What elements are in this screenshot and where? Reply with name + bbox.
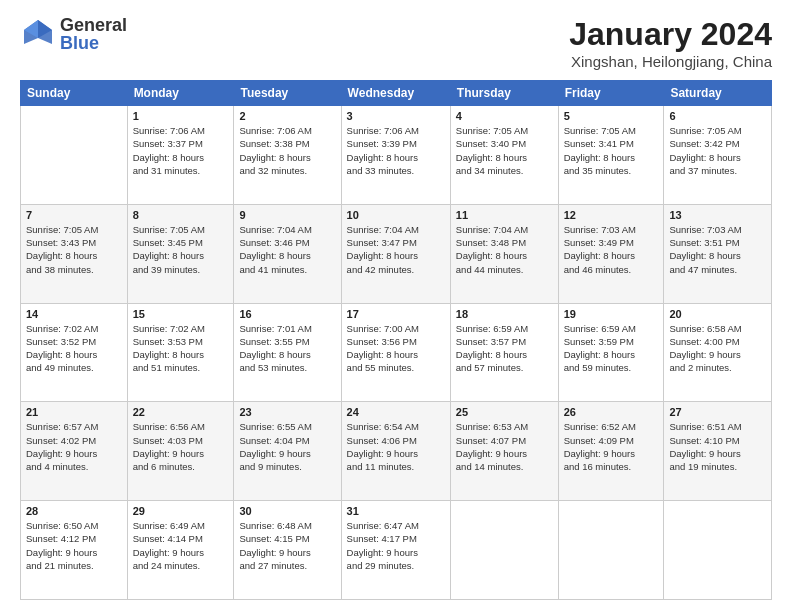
- day-info: Sunrise: 6:50 AM Sunset: 4:12 PM Dayligh…: [26, 519, 122, 572]
- calendar-cell: 17Sunrise: 7:00 AM Sunset: 3:56 PM Dayli…: [341, 303, 450, 402]
- day-info: Sunrise: 7:05 AM Sunset: 3:41 PM Dayligh…: [564, 124, 659, 177]
- logo-blue: Blue: [60, 34, 127, 52]
- weekday-header: SundayMondayTuesdayWednesdayThursdayFrid…: [21, 81, 772, 106]
- day-number: 5: [564, 110, 659, 122]
- calendar-cell: 29Sunrise: 6:49 AM Sunset: 4:14 PM Dayli…: [127, 501, 234, 600]
- calendar-cell: 27Sunrise: 6:51 AM Sunset: 4:10 PM Dayli…: [664, 402, 772, 501]
- day-number: 28: [26, 505, 122, 517]
- calendar-cell: 13Sunrise: 7:03 AM Sunset: 3:51 PM Dayli…: [664, 204, 772, 303]
- day-number: 14: [26, 308, 122, 320]
- logo: General Blue: [20, 16, 127, 52]
- calendar-cell: 16Sunrise: 7:01 AM Sunset: 3:55 PM Dayli…: [234, 303, 341, 402]
- calendar-table: SundayMondayTuesdayWednesdayThursdayFrid…: [20, 80, 772, 600]
- day-info: Sunrise: 7:01 AM Sunset: 3:55 PM Dayligh…: [239, 322, 335, 375]
- day-info: Sunrise: 6:49 AM Sunset: 4:14 PM Dayligh…: [133, 519, 229, 572]
- calendar-cell: 4Sunrise: 7:05 AM Sunset: 3:40 PM Daylig…: [450, 106, 558, 205]
- day-number: 31: [347, 505, 445, 517]
- day-info: Sunrise: 7:05 AM Sunset: 3:43 PM Dayligh…: [26, 223, 122, 276]
- calendar-cell: 5Sunrise: 7:05 AM Sunset: 3:41 PM Daylig…: [558, 106, 664, 205]
- weekday-header-saturday: Saturday: [664, 81, 772, 106]
- day-info: Sunrise: 7:03 AM Sunset: 3:51 PM Dayligh…: [669, 223, 766, 276]
- week-row-3: 14Sunrise: 7:02 AM Sunset: 3:52 PM Dayli…: [21, 303, 772, 402]
- calendar-cell: 7Sunrise: 7:05 AM Sunset: 3:43 PM Daylig…: [21, 204, 128, 303]
- calendar-cell: 21Sunrise: 6:57 AM Sunset: 4:02 PM Dayli…: [21, 402, 128, 501]
- day-info: Sunrise: 7:00 AM Sunset: 3:56 PM Dayligh…: [347, 322, 445, 375]
- calendar-cell: 9Sunrise: 7:04 AM Sunset: 3:46 PM Daylig…: [234, 204, 341, 303]
- calendar-cell: 31Sunrise: 6:47 AM Sunset: 4:17 PM Dayli…: [341, 501, 450, 600]
- day-info: Sunrise: 6:59 AM Sunset: 3:59 PM Dayligh…: [564, 322, 659, 375]
- day-info: Sunrise: 7:04 AM Sunset: 3:47 PM Dayligh…: [347, 223, 445, 276]
- day-number: 1: [133, 110, 229, 122]
- calendar-cell: 2Sunrise: 7:06 AM Sunset: 3:38 PM Daylig…: [234, 106, 341, 205]
- calendar-cell: [450, 501, 558, 600]
- day-info: Sunrise: 6:53 AM Sunset: 4:07 PM Dayligh…: [456, 420, 553, 473]
- day-number: 22: [133, 406, 229, 418]
- header: General Blue January 2024 Xingshan, Heil…: [20, 16, 772, 70]
- calendar-cell: [21, 106, 128, 205]
- calendar-cell: 18Sunrise: 6:59 AM Sunset: 3:57 PM Dayli…: [450, 303, 558, 402]
- sub-title: Xingshan, Heilongjiang, China: [569, 53, 772, 70]
- calendar-cell: 28Sunrise: 6:50 AM Sunset: 4:12 PM Dayli…: [21, 501, 128, 600]
- day-number: 4: [456, 110, 553, 122]
- day-info: Sunrise: 6:55 AM Sunset: 4:04 PM Dayligh…: [239, 420, 335, 473]
- weekday-header-thursday: Thursday: [450, 81, 558, 106]
- weekday-header-monday: Monday: [127, 81, 234, 106]
- day-number: 29: [133, 505, 229, 517]
- day-info: Sunrise: 6:54 AM Sunset: 4:06 PM Dayligh…: [347, 420, 445, 473]
- calendar-cell: 14Sunrise: 7:02 AM Sunset: 3:52 PM Dayli…: [21, 303, 128, 402]
- day-number: 23: [239, 406, 335, 418]
- day-number: 24: [347, 406, 445, 418]
- weekday-header-sunday: Sunday: [21, 81, 128, 106]
- day-info: Sunrise: 7:05 AM Sunset: 3:40 PM Dayligh…: [456, 124, 553, 177]
- day-number: 9: [239, 209, 335, 221]
- day-info: Sunrise: 6:58 AM Sunset: 4:00 PM Dayligh…: [669, 322, 766, 375]
- day-number: 3: [347, 110, 445, 122]
- day-info: Sunrise: 6:57 AM Sunset: 4:02 PM Dayligh…: [26, 420, 122, 473]
- day-number: 30: [239, 505, 335, 517]
- calendar-cell: 8Sunrise: 7:05 AM Sunset: 3:45 PM Daylig…: [127, 204, 234, 303]
- day-number: 27: [669, 406, 766, 418]
- calendar-body: 1Sunrise: 7:06 AM Sunset: 3:37 PM Daylig…: [21, 106, 772, 600]
- week-row-5: 28Sunrise: 6:50 AM Sunset: 4:12 PM Dayli…: [21, 501, 772, 600]
- weekday-header-friday: Friday: [558, 81, 664, 106]
- day-number: 15: [133, 308, 229, 320]
- day-number: 20: [669, 308, 766, 320]
- day-info: Sunrise: 7:04 AM Sunset: 3:48 PM Dayligh…: [456, 223, 553, 276]
- day-number: 26: [564, 406, 659, 418]
- calendar-cell: 12Sunrise: 7:03 AM Sunset: 3:49 PM Dayli…: [558, 204, 664, 303]
- calendar-cell: 1Sunrise: 7:06 AM Sunset: 3:37 PM Daylig…: [127, 106, 234, 205]
- day-info: Sunrise: 6:48 AM Sunset: 4:15 PM Dayligh…: [239, 519, 335, 572]
- page: General Blue January 2024 Xingshan, Heil…: [0, 0, 792, 612]
- day-info: Sunrise: 7:06 AM Sunset: 3:38 PM Dayligh…: [239, 124, 335, 177]
- calendar-cell: [558, 501, 664, 600]
- calendar-cell: [664, 501, 772, 600]
- calendar-cell: 22Sunrise: 6:56 AM Sunset: 4:03 PM Dayli…: [127, 402, 234, 501]
- day-info: Sunrise: 7:06 AM Sunset: 3:39 PM Dayligh…: [347, 124, 445, 177]
- day-info: Sunrise: 6:47 AM Sunset: 4:17 PM Dayligh…: [347, 519, 445, 572]
- day-info: Sunrise: 7:04 AM Sunset: 3:46 PM Dayligh…: [239, 223, 335, 276]
- calendar-cell: 20Sunrise: 6:58 AM Sunset: 4:00 PM Dayli…: [664, 303, 772, 402]
- day-number: 11: [456, 209, 553, 221]
- day-number: 18: [456, 308, 553, 320]
- calendar-cell: 11Sunrise: 7:04 AM Sunset: 3:48 PM Dayli…: [450, 204, 558, 303]
- week-row-4: 21Sunrise: 6:57 AM Sunset: 4:02 PM Dayli…: [21, 402, 772, 501]
- title-block: January 2024 Xingshan, Heilongjiang, Chi…: [569, 16, 772, 70]
- day-info: Sunrise: 7:02 AM Sunset: 3:52 PM Dayligh…: [26, 322, 122, 375]
- day-number: 6: [669, 110, 766, 122]
- calendar-cell: 23Sunrise: 6:55 AM Sunset: 4:04 PM Dayli…: [234, 402, 341, 501]
- logo-text: General Blue: [60, 16, 127, 52]
- day-number: 10: [347, 209, 445, 221]
- day-number: 8: [133, 209, 229, 221]
- day-info: Sunrise: 6:56 AM Sunset: 4:03 PM Dayligh…: [133, 420, 229, 473]
- week-row-2: 7Sunrise: 7:05 AM Sunset: 3:43 PM Daylig…: [21, 204, 772, 303]
- day-info: Sunrise: 7:05 AM Sunset: 3:45 PM Dayligh…: [133, 223, 229, 276]
- day-info: Sunrise: 7:05 AM Sunset: 3:42 PM Dayligh…: [669, 124, 766, 177]
- logo-icon: [20, 16, 56, 52]
- day-number: 17: [347, 308, 445, 320]
- calendar-cell: 15Sunrise: 7:02 AM Sunset: 3:53 PM Dayli…: [127, 303, 234, 402]
- day-number: 19: [564, 308, 659, 320]
- calendar-cell: 19Sunrise: 6:59 AM Sunset: 3:59 PM Dayli…: [558, 303, 664, 402]
- day-number: 16: [239, 308, 335, 320]
- calendar-cell: 24Sunrise: 6:54 AM Sunset: 4:06 PM Dayli…: [341, 402, 450, 501]
- main-title: January 2024: [569, 16, 772, 53]
